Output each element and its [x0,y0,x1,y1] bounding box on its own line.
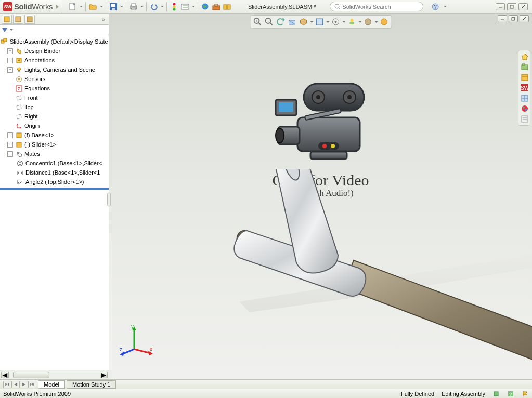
zoom-area-icon[interactable] [264,17,274,27]
tree-root[interactable]: SliderAssembly (Default<Display State [0,37,109,46]
dropdown-caret-icon[interactable] [161,6,164,7]
custom-props-icon[interactable] [520,114,529,124]
property-manager-tab[interactable] [13,15,23,24]
splitter-handle[interactable] [107,193,111,206]
close-button[interactable] [518,3,528,10]
doc-minimize-button[interactable] [498,15,507,22]
scroll-thumb[interactable] [13,372,49,378]
resources-icon[interactable] [223,2,232,11]
scene-icon[interactable] [346,17,357,27]
svg-line-53 [270,23,272,25]
status-flag-icon[interactable] [522,390,529,397]
expand-toggle[interactable]: + [7,48,13,54]
scroll-left-button[interactable]: ◄ [1,372,9,378]
dropdown-caret-icon[interactable] [120,6,123,7]
dropdown-caret-icon[interactable] [10,29,13,31]
search-tab-icon[interactable]: SW [520,83,529,92]
new-file-icon[interactable] [68,2,77,11]
search-box[interactable] [330,2,423,11]
doc-restore-button[interactable] [509,15,518,22]
tree-item[interactable]: ΣEquations [0,84,109,93]
view-palette-icon[interactable] [520,94,529,103]
status-stop-icon[interactable] [492,390,500,397]
dropdown-caret-icon[interactable] [310,21,313,23]
design-library-icon[interactable] [520,62,529,72]
orientation-triad[interactable]: y x z [119,323,155,360]
tree-item[interactable]: Top [0,102,109,112]
appearance-icon[interactable] [362,17,373,27]
dropdown-caret-icon[interactable] [358,21,361,23]
traffic-light-icon[interactable] [170,2,179,11]
svg-rect-23 [510,5,513,8]
tree-item[interactable]: +Lights, Cameras and Scene [0,65,109,74]
dropdown-caret-icon[interactable] [192,6,195,7]
tab-model[interactable]: Model [38,380,65,389]
file-explorer-icon[interactable] [520,73,529,82]
view-orient-icon[interactable] [298,17,308,27]
tree-item[interactable]: Right [0,112,109,121]
tree-item-mate[interactable]: Angle2 (Top,Slider<1>) [0,177,109,187]
help-icon[interactable]: ? [431,2,440,11]
expand-toggle[interactable]: + [7,142,13,148]
tree-horizontal-scrollbar[interactable]: ◄ ► [0,370,109,379]
rollback-bar[interactable] [0,188,109,190]
section-view-icon[interactable] [287,17,297,27]
home-icon[interactable] [520,52,529,61]
minimize-button[interactable] [496,3,505,10]
toolbox-icon[interactable] [212,2,221,11]
undo-icon[interactable] [149,2,159,11]
expand-toggle[interactable]: + [7,58,13,63]
dropdown-caret-icon[interactable] [326,21,329,23]
graphics-viewport[interactable]: + SW [109,14,532,379]
menu-arrow-icon[interactable] [56,5,59,9]
configuration-manager-tab[interactable] [24,15,35,24]
open-file-icon[interactable] [88,2,98,11]
tree-label: SliderAssembly (Default<Display State [10,38,108,45]
render-icon[interactable] [379,17,389,27]
status-help-icon[interactable]: ? [507,390,514,397]
expand-toggle[interactable]: + [7,67,13,73]
print-icon[interactable] [129,2,138,11]
options-icon[interactable] [180,2,190,11]
dropdown-caret-icon[interactable] [140,6,144,7]
tree-item[interactable]: Sensors [0,74,109,84]
expand-panel-button[interactable]: » [100,16,107,22]
expand-toggle[interactable]: - [7,151,13,157]
tree-item-mate[interactable]: Distance1 (Base<1>,Slider<1 [0,168,109,177]
tree-item[interactable]: Front [0,93,109,102]
doc-close-button[interactable] [520,15,529,22]
scroll-right-button[interactable]: ► [100,372,108,378]
tree-item-mates[interactable]: -Mates [0,149,109,158]
tree-item[interactable]: +Design Binder [0,46,109,56]
expand-toggle[interactable]: + [7,132,13,138]
tree-item[interactable]: +(-) Slider<1> [0,140,109,149]
display-style-icon[interactable] [314,17,325,27]
feature-manager-tab[interactable] [2,15,12,24]
dropdown-caret-icon[interactable] [80,6,83,7]
tab-first-button[interactable]: ⏮ [3,381,11,388]
tab-prev-button[interactable]: ◀ [11,381,20,388]
filter-icon[interactable] [2,28,7,32]
tab-last-button[interactable]: ⏭ [28,381,36,388]
globe-icon[interactable] [201,2,210,11]
hide-show-icon[interactable] [330,17,341,27]
tab-motion-study[interactable]: Motion Study 1 [67,380,116,389]
tree-item[interactable]: Origin [0,121,109,130]
svg-line-50 [258,23,261,25]
maximize-button[interactable] [507,3,516,10]
previous-view-icon[interactable] [275,17,286,27]
save-icon[interactable] [109,2,118,11]
dropdown-caret-icon[interactable] [444,6,447,7]
zoom-fit-icon[interactable]: + [252,17,263,27]
tab-next-button[interactable]: ▶ [20,381,28,388]
app-logo[interactable]: SW SolidWorks [2,0,62,13]
tree-item[interactable]: +AAnnotations [0,56,109,65]
search-input[interactable] [342,4,418,10]
tree-item[interactable]: +(f) Base<1> [0,130,109,140]
svg-point-78 [523,107,525,109]
tree-item-mate[interactable]: Concentric1 (Base<1>,Slider< [0,158,109,168]
dropdown-caret-icon[interactable] [374,21,378,23]
dropdown-caret-icon[interactable] [342,21,345,23]
dropdown-caret-icon[interactable] [100,6,103,7]
appearances-tab-icon[interactable] [520,104,529,113]
